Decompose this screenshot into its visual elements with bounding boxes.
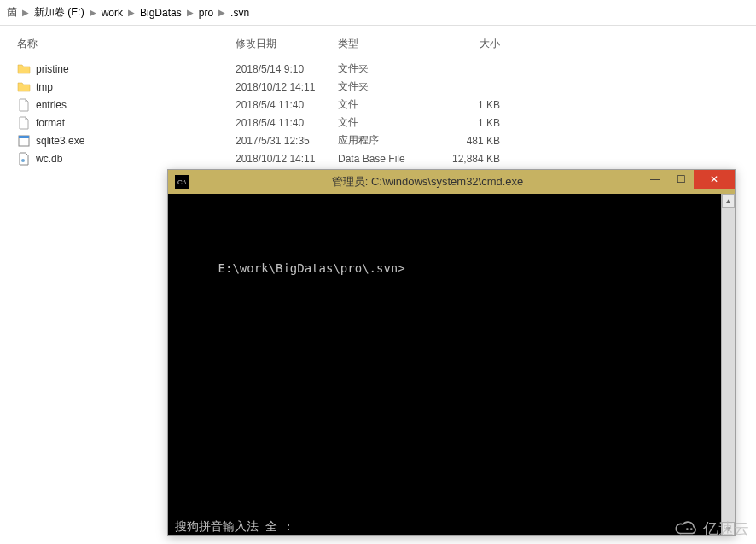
cmd-titlebar[interactable]: C:\ 管理员: C:\windows\system32\cmd.exe — ☐…	[168, 170, 735, 194]
file-row[interactable]: sqlite3.exe 2017/5/31 12:35 应用程序 481 KB	[0, 132, 756, 149]
application-icon	[17, 134, 31, 148]
file-name: entries	[36, 99, 67, 111]
minimize-button[interactable]: —	[643, 170, 668, 189]
crumb-drive[interactable]: 新加卷 (E:)	[34, 5, 84, 20]
file-row[interactable]: entries 2018/5/4 11:40 文件 1 KB	[0, 96, 756, 114]
chevron-right-icon: ▶	[22, 8, 29, 17]
chevron-right-icon: ▶	[90, 8, 96, 17]
folder-icon	[17, 80, 31, 94]
file-size: 1 KB	[440, 117, 500, 129]
file-type: 文件夹	[338, 79, 440, 94]
file-type: 文件夹	[338, 61, 440, 76]
breadcrumb-prefix: 箇	[7, 5, 17, 20]
cmd-prompt: E:\work\BigDatas\pro\.svn>	[218, 261, 405, 275]
chevron-right-icon: ▶	[218, 8, 225, 17]
crumb-work[interactable]: work	[102, 7, 123, 19]
file-row[interactable]: pristine 2018/5/14 9:10 文件夹	[0, 60, 756, 78]
file-row[interactable]: wc.db 2018/10/12 14:11 Data Base File 12…	[0, 149, 756, 167]
cmd-system-icon[interactable]: C:\	[175, 175, 189, 189]
file-name: pristine	[36, 63, 69, 75]
scrollbar[interactable]: ▲ ▼	[721, 194, 735, 535]
file-row[interactable]: tmp 2018/10/12 14:11 文件夹	[0, 78, 756, 96]
file-date: 2018/10/12 14:11	[236, 153, 338, 165]
file-size: 1 KB	[440, 99, 500, 111]
file-type: 应用程序	[338, 133, 440, 148]
svg-point-2	[21, 159, 25, 162]
folder-icon	[17, 62, 31, 76]
file-date: 2018/5/4 11:40	[236, 117, 338, 129]
file-name: sqlite3.exe	[36, 135, 84, 147]
file-type: 文件	[338, 97, 440, 112]
file-date: 2018/5/14 9:10	[236, 63, 338, 75]
cmd-window[interactable]: C:\ 管理员: C:\windows\system32\cmd.exe — ☐…	[167, 169, 736, 536]
column-date[interactable]: 修改日期	[236, 37, 338, 51]
crumb-bigdatas[interactable]: BigDatas	[140, 7, 182, 19]
file-date: 2018/5/4 11:40	[236, 99, 338, 111]
chevron-right-icon: ▶	[128, 8, 135, 17]
cloud-icon	[674, 519, 698, 538]
crumb-svn[interactable]: .svn	[230, 7, 249, 19]
file-list: pristine 2018/5/14 9:10 文件夹 tmp 2018/10/…	[0, 56, 756, 167]
watermark: 亿速云	[674, 518, 749, 539]
ime-status: 搜狗拼音输入法 全 :	[168, 517, 299, 535]
file-date: 2018/10/12 14:11	[236, 81, 338, 93]
database-file-icon	[17, 152, 31, 166]
file-date: 2017/5/31 12:35	[236, 135, 338, 147]
column-size[interactable]: 大小	[440, 37, 500, 51]
svg-point-3	[686, 528, 689, 530]
file-name: format	[36, 117, 65, 129]
file-row[interactable]: format 2018/5/4 11:40 文件 1 KB	[0, 114, 756, 132]
svg-rect-1	[19, 136, 29, 138]
file-size: 12,884 KB	[440, 153, 500, 165]
crumb-pro[interactable]: pro	[199, 7, 213, 19]
file-list-header: 名称 修改日期 类型 大小	[0, 32, 756, 56]
file-icon	[17, 98, 31, 112]
close-button[interactable]: ✕	[694, 170, 735, 189]
maximize-button[interactable]: ☐	[668, 170, 694, 189]
file-name: tmp	[36, 81, 53, 93]
cmd-terminal[interactable]: E:\work\BigDatas\pro\.svn> 搜狗拼音输入法 全 :	[168, 194, 721, 535]
svg-point-4	[690, 528, 693, 530]
chevron-right-icon: ▶	[187, 8, 194, 17]
scroll-track[interactable]	[722, 208, 735, 522]
file-type: 文件	[338, 115, 440, 130]
file-icon	[17, 116, 31, 130]
scroll-up-icon[interactable]: ▲	[722, 194, 735, 208]
file-type: Data Base File	[338, 153, 440, 165]
file-size: 481 KB	[440, 135, 500, 147]
watermark-text: 亿速云	[703, 518, 749, 539]
column-type[interactable]: 类型	[338, 37, 440, 51]
breadcrumb[interactable]: 箇 ▶ 新加卷 (E:) ▶ work ▶ BigDatas ▶ pro ▶ .…	[0, 0, 756, 26]
file-name: wc.db	[36, 153, 62, 165]
column-name[interactable]: 名称	[17, 37, 236, 51]
